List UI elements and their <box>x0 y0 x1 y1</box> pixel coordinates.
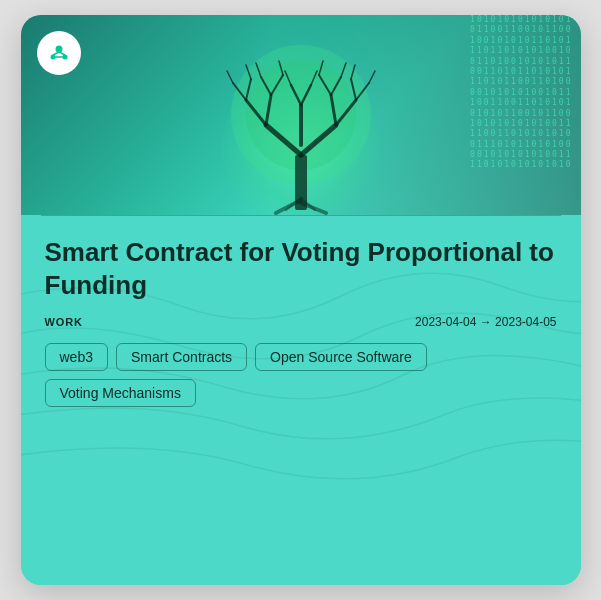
hero-image: 101100101011001 010110100101101 11001101… <box>21 15 581 215</box>
tags-container: web3 Smart Contracts Open Source Softwar… <box>45 343 557 407</box>
svg-point-35 <box>55 46 62 53</box>
logo-icon <box>46 40 72 66</box>
meta-label: WORK <box>45 316 83 328</box>
article-title: Smart Contract for Voting Proportional t… <box>45 236 557 301</box>
article-card: 101100101011001 010110100101101 11001101… <box>21 15 581 585</box>
tag-smart-contracts[interactable]: Smart Contracts <box>116 343 247 371</box>
card-content: Smart Contract for Voting Proportional t… <box>21 216 581 585</box>
meta-row: WORK 2023-04-04 → 2023-04-05 <box>45 315 557 329</box>
tag-voting-mechanisms[interactable]: Voting Mechanisms <box>45 379 196 407</box>
logo[interactable] <box>37 31 81 75</box>
svg-point-34 <box>47 41 71 65</box>
tree-silhouette <box>191 35 411 215</box>
svg-line-30 <box>369 71 375 83</box>
matrix-text: 101100101011001 010110100101101 11001101… <box>470 15 570 215</box>
svg-line-26 <box>227 71 233 83</box>
tag-web3[interactable]: web3 <box>45 343 108 371</box>
tag-open-source[interactable]: Open Source Software <box>255 343 427 371</box>
meta-date: 2023-04-04 → 2023-04-05 <box>415 315 556 329</box>
